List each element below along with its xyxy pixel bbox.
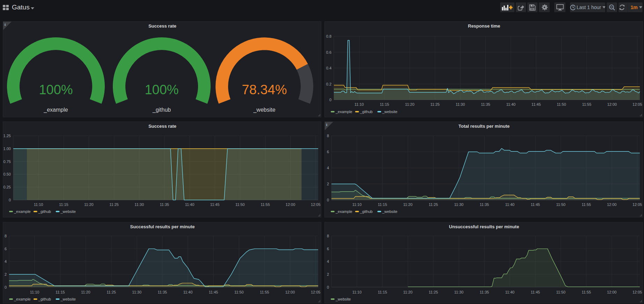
svg-text:4: 4 xyxy=(5,259,7,264)
svg-text:_website: _website xyxy=(60,297,76,301)
svg-text:11:20: 11:20 xyxy=(403,290,413,294)
svg-text:11:40: 11:40 xyxy=(183,290,193,294)
svg-text:11:50: 11:50 xyxy=(234,290,244,294)
svg-text:11:25: 11:25 xyxy=(429,202,438,207)
svg-text:0: 0 xyxy=(327,198,329,202)
svg-text:11:30: 11:30 xyxy=(456,102,465,106)
svg-text:_github: _github xyxy=(360,209,373,214)
svg-text:12:05: 12:05 xyxy=(632,290,642,294)
svg-text:_github: _github xyxy=(38,209,51,214)
svg-text:11:55: 11:55 xyxy=(581,290,591,294)
svg-text:6: 6 xyxy=(327,247,329,251)
svg-text:12:00: 12:00 xyxy=(285,290,295,294)
svg-text:11:20: 11:20 xyxy=(405,102,415,106)
svg-text:11:20: 11:20 xyxy=(84,202,94,207)
svg-text:11:40: 11:40 xyxy=(505,290,514,294)
svg-text:11:25: 11:25 xyxy=(109,202,119,207)
svg-text:Success rate: Success rate xyxy=(148,124,176,129)
svg-text:i: i xyxy=(5,22,6,27)
svg-text:11:55: 11:55 xyxy=(260,290,269,294)
svg-text:11:45: 11:45 xyxy=(209,290,218,294)
svg-text:0.8: 0.8 xyxy=(326,34,331,38)
svg-text:11:55: 11:55 xyxy=(261,202,270,207)
svg-text:11:25: 11:25 xyxy=(107,290,116,294)
svg-text:_example: _example xyxy=(43,107,68,113)
svg-text:11:10: 11:10 xyxy=(30,290,39,294)
svg-text:6: 6 xyxy=(5,247,7,251)
svg-text:11:25: 11:25 xyxy=(429,290,438,294)
svg-text:Success rate: Success rate xyxy=(148,23,176,29)
svg-text:4: 4 xyxy=(327,259,329,264)
svg-text:11:20: 11:20 xyxy=(81,290,90,294)
svg-text:12:05: 12:05 xyxy=(311,202,321,207)
svg-text:12:00: 12:00 xyxy=(607,102,617,106)
svg-text:11:35: 11:35 xyxy=(480,202,489,207)
svg-text:11:50: 11:50 xyxy=(556,290,565,294)
svg-text:12:00: 12:00 xyxy=(286,202,295,207)
svg-text:11:15: 11:15 xyxy=(56,290,65,294)
svg-text:2: 2 xyxy=(327,272,329,276)
svg-text:11:15: 11:15 xyxy=(378,290,387,294)
svg-text:6: 6 xyxy=(327,150,329,154)
svg-text:Successful results per minute: Successful results per minute xyxy=(130,224,195,229)
svg-text:11:30: 11:30 xyxy=(132,290,141,294)
svg-text:11:35: 11:35 xyxy=(481,102,490,106)
svg-text:11:40: 11:40 xyxy=(506,102,515,106)
svg-text:i: i xyxy=(326,123,327,127)
svg-text:_website: _website xyxy=(335,297,351,301)
svg-text:Response time: Response time xyxy=(468,23,500,29)
svg-text:0.2: 0.2 xyxy=(326,82,331,86)
svg-text:78.34%: 78.34% xyxy=(242,82,287,97)
svg-text:Unsuccessful results per minut: Unsuccessful results per minute xyxy=(449,224,519,229)
svg-text:0.50: 0.50 xyxy=(3,172,11,176)
svg-text:_example: _example xyxy=(14,297,31,301)
svg-text:11:55: 11:55 xyxy=(582,102,592,106)
svg-text:11:15: 11:15 xyxy=(59,202,68,207)
svg-text:11:45: 11:45 xyxy=(532,102,541,106)
svg-text:_website: _website xyxy=(253,107,275,113)
svg-text:12:00: 12:00 xyxy=(607,202,617,207)
svg-text:4: 4 xyxy=(327,166,329,170)
svg-text:0: 0 xyxy=(329,98,331,102)
svg-text:2: 2 xyxy=(327,182,329,186)
svg-text:11:15: 11:15 xyxy=(378,202,387,207)
svg-text:0.4: 0.4 xyxy=(326,66,331,70)
svg-text:_website: _website xyxy=(382,209,397,214)
svg-text:11:30: 11:30 xyxy=(454,202,464,207)
svg-text:_github: _github xyxy=(38,297,51,301)
svg-text:11:10: 11:10 xyxy=(34,202,43,207)
svg-text:Total results per minute: Total results per minute xyxy=(459,124,510,129)
svg-text:11:35: 11:35 xyxy=(160,202,169,207)
svg-text:0.6: 0.6 xyxy=(326,50,331,54)
svg-text:11:40: 11:40 xyxy=(505,202,514,207)
svg-text:11:35: 11:35 xyxy=(158,290,167,294)
svg-text:_website: _website xyxy=(382,110,397,114)
svg-text:100%: 100% xyxy=(39,82,73,97)
svg-text:11:35: 11:35 xyxy=(480,290,489,294)
svg-text:0.25: 0.25 xyxy=(3,185,11,189)
svg-text:11:45: 11:45 xyxy=(210,202,220,207)
svg-text:11:40: 11:40 xyxy=(185,202,195,207)
svg-text:12:05: 12:05 xyxy=(632,202,642,207)
svg-text:11:20: 11:20 xyxy=(403,202,413,207)
svg-text:_example: _example xyxy=(14,209,31,214)
svg-text:1.00: 1.00 xyxy=(3,147,11,151)
svg-text:11:30: 11:30 xyxy=(454,290,464,294)
svg-text:11:10: 11:10 xyxy=(352,290,362,294)
svg-text:8: 8 xyxy=(5,234,7,238)
svg-text:_github: _github xyxy=(360,110,373,114)
svg-text:11:50: 11:50 xyxy=(557,102,566,106)
svg-text:1.25: 1.25 xyxy=(3,134,11,138)
svg-text:12:05: 12:05 xyxy=(632,102,642,106)
svg-text:11:15: 11:15 xyxy=(380,102,389,106)
svg-text:11:50: 11:50 xyxy=(235,202,245,207)
svg-text:11:45: 11:45 xyxy=(530,290,540,294)
svg-text:0: 0 xyxy=(5,285,7,289)
svg-text:_example: _example xyxy=(335,110,352,114)
svg-text:11:25: 11:25 xyxy=(430,102,440,106)
svg-text:0: 0 xyxy=(9,198,11,202)
svg-text:11:55: 11:55 xyxy=(581,202,591,207)
svg-text:12:05: 12:05 xyxy=(311,290,321,294)
svg-text:11:30: 11:30 xyxy=(134,202,144,207)
svg-text:_github: _github xyxy=(152,107,171,113)
